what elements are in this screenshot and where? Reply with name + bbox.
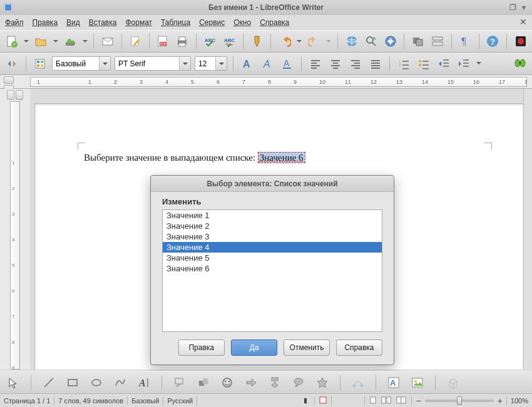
list-item[interactable]: Значение 6 [163,263,382,274]
list-item[interactable]: Значение 5 [163,253,382,263]
font-name-input[interactable] [115,59,179,68]
open-folder-icon[interactable] [33,33,49,49]
values-listbox[interactable]: Значение 1Значение 2Значение 3Значение 4… [162,209,382,332]
record-macro-icon[interactable] [513,33,528,49]
zoom-slider[interactable] [425,399,494,402]
status-lang[interactable]: Русский [167,397,193,404]
flowchart-icon[interactable] [267,374,283,391]
list-item[interactable]: Значение 3 [163,231,382,242]
menu-table[interactable]: Таблица [161,18,190,27]
open-dropdown-icon[interactable] [53,33,59,49]
help-icon[interactable]: ? [485,33,501,49]
paragraph-style-input[interactable] [53,59,99,68]
menu-file[interactable]: Файл [5,18,24,27]
stars-icon[interactable] [314,374,330,391]
menu-help[interactable]: Справка [260,18,289,27]
underline-icon[interactable]: A [279,56,295,72]
nonprinting-icon[interactable]: ¶ [458,33,473,49]
increase-indent-icon[interactable] [456,56,472,72]
align-left-icon[interactable] [307,56,324,72]
list-item[interactable]: Значение 1 [163,210,382,221]
status-page[interactable]: Страница 1 / 1 [4,397,50,404]
status-words[interactable]: 7 слов, 49 символов [58,397,123,404]
edit-button[interactable]: Правка [178,339,225,356]
selection-mode-icon[interactable] [319,396,327,406]
undo-icon[interactable] [277,33,292,49]
insert-mode-icon[interactable]: ▮ [300,396,310,404]
document-close-icon[interactable]: ✕ [519,17,527,27]
print-icon[interactable] [175,33,190,49]
paragraph-style-combo[interactable] [52,56,111,71]
font-name-combo[interactable] [115,56,191,71]
status-style[interactable]: Базовый [131,397,159,404]
toolbar-overflow-icon[interactable] [476,56,482,72]
format-brush-icon[interactable] [249,33,265,49]
email-icon[interactable] [100,33,115,49]
speech-bubble-icon[interactable] [290,374,307,391]
menu-tools[interactable]: Сервис [199,18,225,27]
gallery-icon[interactable] [410,33,426,49]
numbered-list-icon[interactable]: 12 [396,56,412,72]
menu-window[interactable]: Окно [233,18,251,27]
cursor-icon[interactable] [5,374,21,391]
line-icon[interactable] [41,374,57,391]
textbox-icon[interactable]: A [136,374,152,391]
zoom-value[interactable]: 100% [511,397,528,404]
styles-icon[interactable] [32,56,48,72]
align-justify-icon[interactable] [367,56,384,72]
zoom-in-icon[interactable]: + [498,396,503,406]
dropdown-field[interactable]: Значение 6 [258,152,305,163]
find-icon[interactable] [512,56,528,72]
redo-dropdown-icon[interactable] [325,33,332,49]
move-updown-icon[interactable] [4,56,20,72]
save-icon[interactable] [63,33,78,49]
extrude-icon[interactable] [445,374,461,391]
view-multi-icon[interactable] [381,396,392,406]
edit-file-icon[interactable] [128,33,143,49]
menu-insert[interactable]: Вставка [89,18,117,27]
rectangle-icon[interactable] [64,374,81,391]
ellipse-icon[interactable] [88,374,105,391]
new-document-icon[interactable]: + [4,33,19,49]
col-right-icon[interactable] [16,90,23,100]
list-item[interactable]: Значение 4 [163,242,382,253]
menu-format[interactable]: Формат [125,18,152,27]
insert-image-icon[interactable] [409,374,426,391]
callout-icon[interactable] [171,374,188,391]
spellcheck-icon[interactable]: ABC [202,33,218,49]
vertical-ruler[interactable]: 1234567891011 [10,101,20,369]
paragraph-style-dropdown-icon[interactable] [99,57,110,70]
menu-view[interactable]: Вид [66,18,80,27]
menu-edit[interactable]: Правка [33,18,58,27]
block-arrows-icon[interactable] [243,374,259,391]
font-size-input[interactable] [195,59,215,68]
undo-dropdown-icon[interactable] [297,33,303,49]
bold-icon[interactable]: A [239,56,255,72]
symbol-shapes-icon[interactable] [219,374,235,391]
hyperlink-icon[interactable] [344,33,359,49]
ok-button[interactable]: Да [231,339,277,356]
navigator-icon[interactable] [382,33,398,49]
freeform-icon[interactable] [112,374,128,391]
italic-icon[interactable]: A [259,56,275,72]
save-dropdown-icon[interactable] [82,33,88,49]
fontwork-icon[interactable]: A [386,374,402,391]
font-size-combo[interactable] [195,56,227,71]
view-single-icon[interactable] [369,396,377,406]
cancel-button[interactable]: Отменить [284,339,330,356]
minimize-icon[interactable]: ▾ [519,3,528,12]
help-button[interactable]: Справка [336,339,382,356]
bullet-list-icon[interactable] [416,56,432,72]
new-dropdown-icon[interactable] [23,33,29,49]
font-name-dropdown-icon[interactable] [179,57,190,70]
export-pdf-icon[interactable]: PDF [155,33,171,49]
spellcheck-auto-icon[interactable]: ABC [222,33,237,49]
align-right-icon[interactable] [347,56,364,72]
document-text[interactable]: Выберите значение в выпадающем списке: З… [84,153,305,163]
vertical-scrollbar[interactable] [523,89,532,369]
font-size-dropdown-icon[interactable] [215,57,227,70]
view-book-icon[interactable] [396,396,407,406]
page-up-icon[interactable] [4,76,14,84]
find-replace-icon[interactable] [363,33,379,49]
align-center-icon[interactable] [327,56,344,72]
